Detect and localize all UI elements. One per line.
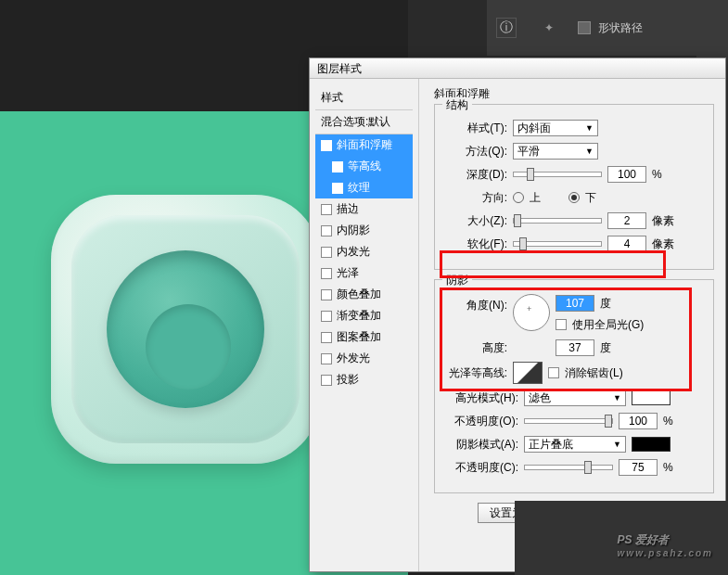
shadow-color-swatch[interactable] bbox=[632, 437, 671, 452]
dialog-titlebar[interactable]: 图层样式 bbox=[310, 58, 725, 79]
shadow-opacity-label: 不透明度(C): bbox=[444, 460, 518, 476]
soften-slider[interactable] bbox=[513, 241, 602, 247]
info-icon[interactable]: ⓘ bbox=[496, 18, 517, 38]
chevron-down-icon: ▼ bbox=[585, 147, 594, 156]
structure-legend: 结构 bbox=[442, 97, 472, 113]
style-color-overlay[interactable]: 颜色叠加 bbox=[315, 284, 413, 305]
technique-select[interactable]: 平滑▼ bbox=[513, 143, 598, 160]
soften-label: 软化(F): bbox=[444, 236, 507, 252]
checkbox-icon[interactable] bbox=[321, 353, 332, 364]
shadow-opacity-slider[interactable] bbox=[524, 465, 613, 470]
global-light-label: 使用全局光(G) bbox=[572, 317, 644, 333]
style-pattern-overlay[interactable]: 图案叠加 bbox=[315, 326, 413, 348]
style-inner-glow[interactable]: 内发光 bbox=[315, 241, 413, 262]
layer-style-dialog: 图层样式 样式 混合选项:默认 斜面和浮雕 等高线 纹理 描边 内阴影 内发光 … bbox=[309, 58, 726, 572]
style-contour[interactable]: 等高线 bbox=[315, 156, 413, 177]
style-stroke[interactable]: 描边 bbox=[315, 198, 413, 220]
style-satin[interactable]: 光泽 bbox=[315, 262, 413, 284]
size-label: 大小(Z): bbox=[444, 213, 507, 229]
watermark: PS 爱好者 www.psahz.com bbox=[618, 529, 713, 558]
global-light-checkbox[interactable] bbox=[556, 319, 567, 330]
shadow-opacity-input[interactable]: 75 bbox=[619, 459, 658, 476]
checkbox-icon[interactable] bbox=[332, 183, 343, 194]
style-drop-shadow[interactable]: 投影 bbox=[315, 369, 413, 390]
shadow-mode-select[interactable]: 正片叠底▼ bbox=[524, 436, 626, 453]
options-bar: ⓘ ✦ 形状路径 bbox=[487, 0, 728, 56]
checkbox-icon[interactable] bbox=[321, 375, 332, 386]
highlight-opacity-slider[interactable] bbox=[524, 418, 613, 424]
icon-rounded-square bbox=[51, 195, 320, 464]
icon-circle-inner bbox=[146, 304, 231, 390]
unit-percent: % bbox=[652, 168, 662, 181]
checkbox-icon[interactable] bbox=[321, 311, 332, 322]
highlight-opacity-input[interactable]: 100 bbox=[619, 413, 658, 429]
up-label: 上 bbox=[530, 190, 541, 206]
size-input[interactable]: 2 bbox=[607, 212, 646, 229]
shading-group: 阴影 角度(N): + 107度 使用全局光(G) 高度: 37 度 光泽等高线… bbox=[434, 279, 714, 493]
styles-header[interactable]: 样式 bbox=[315, 86, 413, 109]
shading-legend: 阴影 bbox=[442, 273, 472, 288]
highlight-mode-label: 高光模式(H): bbox=[444, 390, 518, 406]
swatch-icon[interactable] bbox=[578, 21, 591, 34]
direction-label: 方向: bbox=[444, 190, 507, 206]
direction-up-radio[interactable] bbox=[513, 192, 524, 203]
checkbox-icon[interactable] bbox=[332, 161, 343, 172]
style-gradient-overlay[interactable]: 渐变叠加 bbox=[315, 305, 413, 326]
checkbox-icon[interactable] bbox=[321, 332, 332, 343]
direction-down-radio[interactable] bbox=[568, 192, 580, 203]
depth-slider[interactable] bbox=[513, 172, 602, 177]
style-texture[interactable]: 纹理 bbox=[315, 177, 413, 198]
highlight-color-swatch[interactable] bbox=[632, 390, 671, 405]
altitude-input[interactable]: 37 bbox=[556, 339, 594, 356]
down-label: 下 bbox=[585, 190, 596, 206]
structure-group: 结构 样式(T): 内斜面▼ 方法(Q): 平滑▼ 深度(D): 100 % 方… bbox=[434, 104, 714, 270]
checkbox-icon[interactable] bbox=[321, 140, 332, 151]
style-list: 样式 混合选项:默认 斜面和浮雕 等高线 纹理 描边 内阴影 内发光 光泽 颜色… bbox=[310, 79, 419, 571]
style-label: 样式(T): bbox=[444, 121, 507, 136]
style-outer-glow[interactable]: 外发光 bbox=[315, 348, 413, 369]
dialog-title: 图层样式 bbox=[317, 62, 362, 75]
angle-dial[interactable]: + bbox=[513, 294, 550, 331]
altitude-label: 高度: bbox=[444, 340, 507, 356]
checkbox-icon[interactable] bbox=[321, 247, 332, 258]
angle-input[interactable]: 107 bbox=[556, 295, 594, 312]
antialias-checkbox[interactable] bbox=[548, 367, 559, 378]
gloss-contour-picker[interactable] bbox=[513, 362, 543, 384]
highlight-mode-select[interactable]: 滤色▼ bbox=[524, 390, 626, 406]
chevron-down-icon: ▼ bbox=[613, 440, 621, 449]
star-icon: ✦ bbox=[544, 21, 554, 34]
technique-label: 方法(Q): bbox=[444, 144, 507, 160]
bevel-title: 斜面和浮雕 bbox=[434, 86, 714, 102]
shape-path-label: 形状路径 bbox=[598, 20, 643, 36]
checkbox-icon[interactable] bbox=[321, 268, 332, 279]
depth-label: 深度(D): bbox=[444, 167, 507, 183]
style-bevel-emboss[interactable]: 斜面和浮雕 bbox=[315, 134, 413, 156]
highlight-opacity-label: 不透明度(O): bbox=[444, 414, 518, 429]
checkbox-icon[interactable] bbox=[321, 289, 332, 300]
bevel-settings: 斜面和浮雕 结构 样式(T): 内斜面▼ 方法(Q): 平滑▼ 深度(D): 1… bbox=[419, 79, 725, 571]
depth-input[interactable]: 100 bbox=[607, 166, 646, 183]
angle-label: 角度(N): bbox=[444, 294, 507, 313]
checkbox-icon[interactable] bbox=[321, 225, 332, 236]
chevron-down-icon: ▼ bbox=[613, 393, 621, 402]
style-inner-shadow[interactable]: 内阴影 bbox=[315, 220, 413, 241]
chevron-down-icon: ▼ bbox=[585, 123, 594, 133]
shadow-mode-label: 阴影模式(A): bbox=[444, 437, 518, 453]
checkbox-icon[interactable] bbox=[321, 204, 332, 215]
gloss-label: 光泽等高线: bbox=[444, 365, 507, 381]
blend-options[interactable]: 混合选项:默认 bbox=[315, 109, 413, 134]
style-select[interactable]: 内斜面▼ bbox=[513, 120, 598, 136]
size-slider[interactable] bbox=[513, 218, 602, 224]
antialias-label: 消除锯齿(L) bbox=[565, 365, 623, 381]
soften-input[interactable]: 4 bbox=[607, 236, 646, 252]
